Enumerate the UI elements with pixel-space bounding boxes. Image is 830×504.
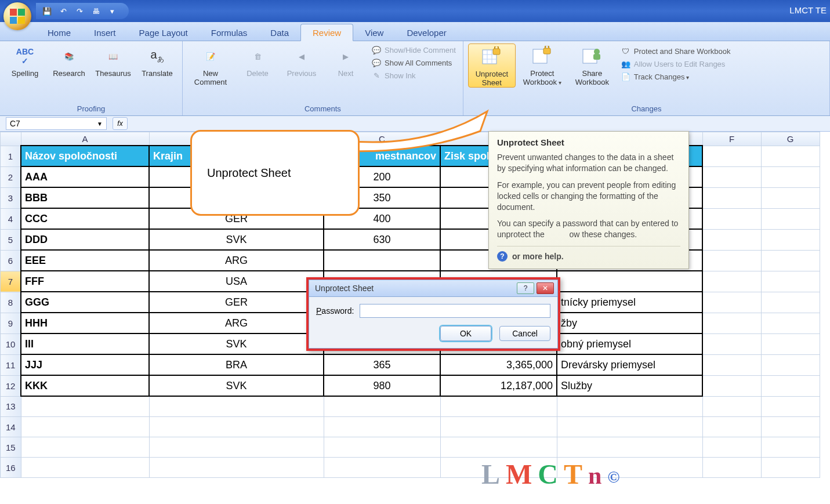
cell[interactable]: [761, 437, 820, 458]
thesaurus-button[interactable]: 📖 Thesaurus: [93, 43, 133, 78]
cancel-button[interactable]: Cancel: [499, 326, 550, 341]
cell[interactable]: [440, 417, 557, 437]
row-header-4[interactable]: 4: [1, 208, 21, 229]
cell[interactable]: [702, 271, 761, 292]
cell[interactable]: SVK: [149, 375, 324, 396]
row-header-12[interactable]: 12: [1, 375, 21, 396]
tab-developer[interactable]: Developer: [395, 24, 458, 41]
cell[interactable]: [761, 271, 820, 292]
cell[interactable]: [702, 208, 761, 229]
tab-page-layout[interactable]: Page Layout: [128, 24, 200, 41]
cell[interactable]: [324, 458, 440, 478]
quick-print-icon[interactable]: 🖶: [90, 6, 101, 16]
cell[interactable]: HHH: [21, 313, 149, 333]
cell[interactable]: [761, 417, 820, 437]
tab-review[interactable]: Review: [300, 24, 353, 41]
row-header-1[interactable]: 1: [1, 146, 21, 166]
cell[interactable]: SVK: [149, 229, 324, 250]
office-button[interactable]: [3, 2, 31, 30]
cell[interactable]: [557, 437, 702, 458]
row-header-7[interactable]: 7: [1, 271, 21, 292]
cell[interactable]: [149, 437, 324, 458]
research-button[interactable]: 📚 Research: [49, 43, 89, 78]
cell[interactable]: [702, 333, 761, 354]
cell[interactable]: [702, 146, 761, 166]
cell[interactable]: [440, 437, 557, 458]
col-header-A[interactable]: A: [21, 132, 149, 146]
cell[interactable]: [21, 437, 149, 458]
cell[interactable]: [21, 458, 149, 478]
cell[interactable]: [702, 396, 761, 417]
cell[interactable]: BBB: [21, 187, 149, 208]
cell[interactable]: [761, 333, 820, 354]
cell[interactable]: [21, 417, 149, 437]
cell[interactable]: [702, 375, 761, 396]
cell[interactable]: Drevársky priemysel: [557, 354, 702, 375]
tab-insert[interactable]: Insert: [82, 24, 128, 41]
cell[interactable]: [21, 396, 149, 417]
cell[interactable]: GER: [149, 292, 324, 313]
cell[interactable]: [761, 396, 820, 417]
cell[interactable]: III: [21, 333, 149, 354]
cell[interactable]: SVK: [149, 333, 324, 354]
row-header-8[interactable]: 8: [1, 292, 21, 313]
cell[interactable]: [557, 396, 702, 417]
row-header-2[interactable]: 2: [1, 166, 21, 187]
cell[interactable]: žby: [557, 313, 702, 333]
protect-share-workbook-button[interactable]: 🛡 Protect and Share Workbook: [619, 46, 733, 56]
row-header-13[interactable]: 13: [1, 396, 21, 417]
cell[interactable]: [761, 354, 820, 375]
cell[interactable]: [557, 271, 702, 292]
name-box[interactable]: C7 ▼: [6, 117, 107, 130]
tab-view[interactable]: View: [353, 24, 395, 41]
col-header-G[interactable]: G: [761, 132, 820, 146]
cell[interactable]: [440, 396, 557, 417]
row-header-6[interactable]: 6: [1, 250, 21, 271]
new-comment-button[interactable]: 📝 New Comment: [187, 43, 234, 86]
redo-icon[interactable]: ↷: [74, 6, 85, 16]
cell[interactable]: 630: [324, 229, 440, 250]
cell[interactable]: Názov spoločnosti: [21, 146, 149, 166]
row-header-16[interactable]: 16: [1, 458, 21, 478]
cell[interactable]: 12,187,000: [440, 375, 557, 396]
cell[interactable]: [702, 417, 761, 437]
cell[interactable]: ARG: [149, 313, 324, 333]
protect-workbook-button[interactable]: Protect Workbook: [519, 43, 566, 86]
cell[interactable]: [702, 250, 761, 271]
cell[interactable]: [149, 458, 324, 478]
row-header-3[interactable]: 3: [1, 187, 21, 208]
cell[interactable]: CCC: [21, 208, 149, 229]
cell[interactable]: [702, 292, 761, 313]
cell[interactable]: [761, 229, 820, 250]
tab-formulas[interactable]: Formulas: [200, 24, 259, 41]
cell[interactable]: 365: [324, 354, 440, 375]
share-workbook-button[interactable]: Share Workbook: [569, 43, 615, 86]
ok-button[interactable]: OK: [440, 326, 491, 341]
cell[interactable]: [557, 417, 702, 437]
cell[interactable]: [324, 417, 440, 437]
cell[interactable]: [702, 313, 761, 333]
row-header-9[interactable]: 9: [1, 313, 21, 333]
save-icon[interactable]: 💾: [42, 6, 52, 16]
cell[interactable]: [761, 313, 820, 333]
cell[interactable]: [324, 250, 440, 271]
cell[interactable]: [761, 187, 820, 208]
qat-customize-icon[interactable]: ▾: [107, 6, 117, 16]
cell[interactable]: [702, 187, 761, 208]
undo-icon[interactable]: ↶: [58, 6, 68, 16]
cell[interactable]: DDD: [21, 229, 149, 250]
cell[interactable]: [761, 208, 820, 229]
cell[interactable]: [702, 166, 761, 187]
cell[interactable]: 980: [324, 375, 440, 396]
show-all-comments-button[interactable]: 💬 Show All Comments: [369, 57, 458, 68]
track-changes-button[interactable]: 📄 Track Changes: [619, 71, 733, 82]
cell[interactable]: GGG: [21, 292, 149, 313]
name-box-dropdown-icon[interactable]: ▼: [97, 121, 103, 127]
password-input[interactable]: [360, 304, 550, 318]
cell[interactable]: [149, 396, 324, 417]
cell[interactable]: Služby: [557, 375, 702, 396]
translate-button[interactable]: aあ Translate: [137, 43, 177, 78]
cell[interactable]: [149, 417, 324, 437]
cell[interactable]: AAA: [21, 166, 149, 187]
cell[interactable]: [702, 354, 761, 375]
